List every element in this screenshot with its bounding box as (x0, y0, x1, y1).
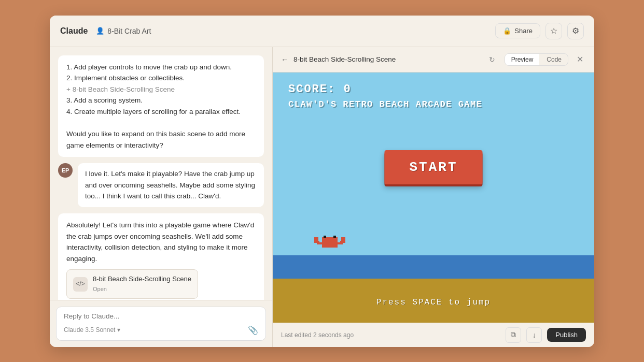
copy-doc-icon: ⧉ (511, 330, 516, 339)
press-space-label: Press SPACE to jump (376, 298, 491, 307)
star-icon: ☆ (550, 26, 557, 36)
main-window: Claude 👤 8-Bit Crab Art 🔒 Share ☆ ⚙ (50, 16, 594, 347)
user-bubble-1: I love it. Let's make it playable? Have … (78, 163, 264, 207)
artifact-chip-sub: Open (93, 285, 191, 294)
assistant-text-2: Absolutely! Let's turn this into a playa… (66, 220, 256, 264)
attach-button[interactable]: 📎 (248, 325, 258, 335)
preview-panel: ← 8-bit Beach Side-Scrolling Scene ↻ Pre… (273, 47, 594, 347)
chevron-down-icon: ▾ (117, 326, 120, 334)
people-icon: 👤 (96, 27, 104, 35)
close-preview-button[interactable]: ✕ (573, 53, 586, 66)
settings-button[interactable]: ⚙ (567, 23, 584, 39)
code-icon: </> (76, 279, 85, 289)
lock-icon: 🔒 (503, 27, 511, 35)
svg-rect-8 (341, 237, 345, 241)
project-name-area: 👤 8-Bit Crab Art (96, 27, 151, 35)
project-name-label: 8-Bit Crab Art (107, 27, 151, 35)
chat-input[interactable] (64, 312, 258, 320)
preview-header: ← 8-bit Beach Side-Scrolling Scene ↻ Pre… (273, 47, 594, 73)
svg-rect-0 (322, 237, 338, 248)
tab-preview[interactable]: Preview (505, 54, 540, 65)
game-score: SCORE: 0 (288, 83, 352, 96)
tab-code[interactable]: Code (540, 54, 568, 65)
game-title: CLAW'D'S RETRO BEACH ARCADE GAME (288, 99, 482, 109)
refresh-button[interactable]: ↻ (485, 52, 499, 67)
artifact-chip[interactable]: </> 8-bit Beach Side-Scrolling Scene Ope… (66, 269, 198, 298)
assistant-text-1: 1. Add player controls to move the crab … (66, 62, 256, 151)
artifact-chip-name: 8-bit Beach Side-Scrolling Scene (93, 274, 191, 285)
crab-sprite (314, 229, 345, 255)
download-button[interactable]: ↓ (526, 327, 542, 343)
chat-input-area: Claude 3.5 Sonnet ▾ 📎 (50, 300, 272, 347)
preview-code-tabs: Preview Code (505, 53, 568, 66)
user-avatar: EP (58, 163, 73, 178)
preview-footer: Last edited 2 seconds ago ⧉ ↓ Publish (273, 323, 594, 347)
publish-button[interactable]: Publish (547, 328, 586, 342)
chat-messages: 1. Add player controls to move the crab … (50, 47, 272, 300)
chat-panel: 1. Add player controls to move the crab … (50, 47, 273, 347)
start-button[interactable]: START (384, 150, 482, 184)
chat-input-footer: Claude 3.5 Sonnet ▾ 📎 (64, 325, 258, 335)
svg-rect-7 (314, 237, 318, 241)
app-logo: Claude (60, 26, 88, 36)
star-button[interactable]: ☆ (545, 23, 562, 39)
content-area: 1. Add player controls to move the crab … (50, 47, 594, 347)
sliders-icon: ⚙ (572, 26, 579, 36)
artifact-chip-icon: </> (73, 277, 88, 292)
copy-artifact-button[interactable]: ⧉ (506, 327, 521, 343)
preview-content: SCORE: 0 CLAW'D'S RETRO BEACH ARCADE GAM… (273, 73, 594, 323)
user-text-1: I love it. Let's make it playable? Have … (85, 170, 255, 200)
svg-rect-2 (333, 236, 336, 238)
svg-rect-1 (324, 236, 326, 238)
assistant-message-2: Absolutely! Let's turn this into a playa… (58, 213, 264, 299)
share-button[interactable]: 🔒 Share (495, 23, 540, 38)
chat-input-wrapper: Claude 3.5 Sonnet ▾ 📎 (56, 307, 266, 341)
ground-water (273, 255, 594, 279)
last-edited: Last edited 2 seconds ago (281, 331, 500, 339)
model-name: Claude 3.5 Sonnet (64, 326, 115, 334)
game-canvas[interactable]: SCORE: 0 CLAW'D'S RETRO BEACH ARCADE GAM… (273, 73, 594, 323)
back-button[interactable]: ← (281, 55, 288, 64)
top-bar-actions: 🔒 Share ☆ ⚙ (495, 23, 584, 39)
paperclip-icon: 📎 (248, 326, 258, 335)
user-message-1: EP I love it. Let's make it playable? Ha… (58, 163, 264, 207)
model-selector[interactable]: Claude 3.5 Sonnet ▾ (64, 326, 120, 334)
preview-title: 8-bit Beach Side-Scrolling Scene (293, 55, 480, 63)
assistant-message-1: 1. Add player controls to move the crab … (58, 55, 264, 157)
ground (273, 255, 594, 323)
download-icon: ↓ (533, 331, 536, 339)
top-bar: Claude 👤 8-Bit Crab Art 🔒 Share ☆ ⚙ (50, 16, 594, 47)
